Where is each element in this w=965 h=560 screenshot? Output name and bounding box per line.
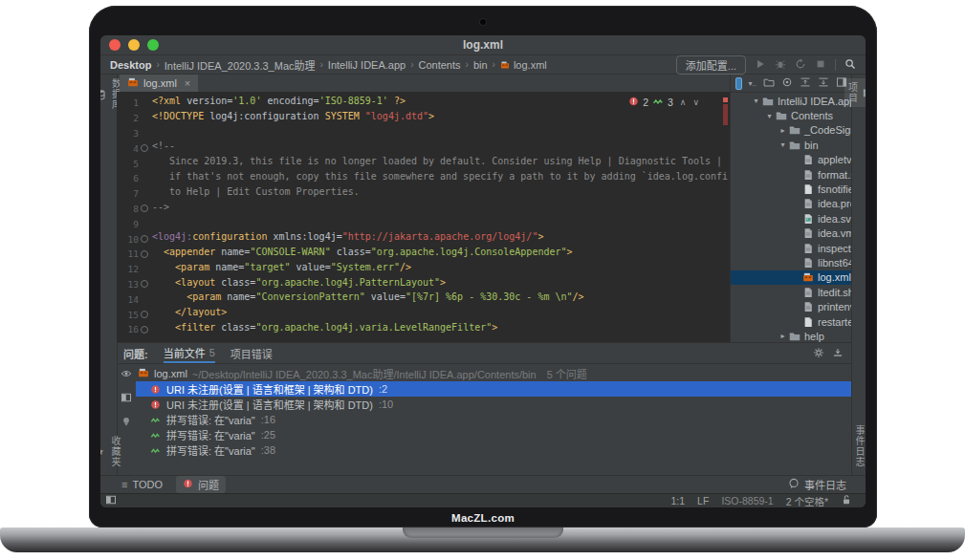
tree-item-contents[interactable]: ▾Contents (731, 108, 852, 122)
editor-gutter[interactable]: 12345678910111213141516 (117, 96, 149, 337)
code-area[interactable]: <?xml version='1.0' encoding='ISO-8859-1… (149, 96, 730, 337)
code-line[interactable]: </layout> (149, 307, 730, 322)
todo-button[interactable]: ≡ TODO (121, 479, 163, 490)
line-number[interactable]: 5 (120, 159, 139, 169)
locate-file-icon[interactable] (781, 76, 793, 90)
fold-marker-icon[interactable] (139, 311, 149, 318)
eye-icon[interactable] (121, 368, 132, 381)
lock-icon[interactable] (841, 494, 852, 507)
fold-marker-icon[interactable] (139, 144, 149, 152)
expand-all-icon[interactable] (818, 76, 829, 90)
caret-position[interactable]: 1:1 (671, 495, 686, 506)
sidebar-tab-project[interactable]: 项目 (844, 78, 866, 107)
line-number[interactable]: 3 (120, 128, 139, 139)
line-number[interactable]: 8 (120, 204, 139, 214)
tree-item-format-s[interactable]: format.s (731, 167, 852, 182)
problem-row[interactable]: 拼写错误: 在"varia":16 (136, 412, 851, 427)
tree-item-printenv[interactable]: printenv (731, 299, 852, 313)
tree-item-idea-svg[interactable]: idea.svg (731, 211, 852, 226)
line-number[interactable]: 13 (120, 279, 139, 290)
tree-item-help[interactable]: ▸help (731, 329, 852, 342)
line-number[interactable]: 14 (120, 294, 139, 305)
code-line[interactable] (149, 126, 730, 141)
line-number[interactable]: 6 (120, 173, 139, 183)
tree-item-appletv[interactable]: appletv (731, 153, 852, 167)
tab-project-errors[interactable]: 项目错误 (230, 343, 273, 363)
tree-item-libnst64[interactable]: libnst64 (731, 255, 852, 269)
fold-marker-icon[interactable] (139, 250, 149, 258)
sidebar-tab-eventlog[interactable]: 事件日志 (852, 425, 866, 467)
problem-row[interactable]: 拼写错误: 在"varia":38 (136, 442, 851, 458)
file-encoding[interactable]: ISO-8859-1 (721, 495, 773, 506)
tree-item-intellij-idea-app[interactable]: ▾IntelliJ IDEA.app (731, 94, 852, 108)
line-number[interactable]: 12 (120, 264, 139, 274)
line-number[interactable]: 11 (120, 248, 139, 259)
chevron-right-icon[interactable]: ▸ (777, 332, 789, 340)
tree-item-bin[interactable]: ▾bin (731, 138, 852, 152)
inspection-widget[interactable]: 2 3 ∧ ∨ (628, 96, 699, 109)
line-number[interactable]: 16 (120, 324, 139, 334)
code-line[interactable]: <layout class="org.apache.log4j.PatternL… (149, 277, 730, 292)
line-ending[interactable]: LF (697, 495, 709, 506)
code-line[interactable]: <!DOCTYPE log4j:configuration SYSTEM "lo… (149, 111, 730, 126)
tree-item-log-xml[interactable]: log.xml (731, 270, 852, 285)
tree-item-inspect[interactable]: inspect (731, 241, 852, 255)
fold-marker-icon[interactable] (139, 205, 149, 212)
line-number[interactable]: 10 (120, 234, 139, 245)
line-number[interactable]: 15 (120, 310, 139, 320)
breadcrumb-item[interactable]: IntelliJ IDEA.app (328, 59, 406, 71)
fold-marker-icon[interactable] (139, 235, 149, 243)
project-view-selector[interactable] (735, 77, 742, 90)
breadcrumb-item[interactable]: Contents (419, 59, 461, 71)
breadcrumb-item[interactable]: Desktop (110, 59, 151, 71)
preview-editor-icon[interactable] (121, 392, 132, 405)
tree-item-restarte[interactable]: restarte (731, 314, 852, 329)
problems-file-row[interactable]: log.xml ~/Desktop/IntelliJ IDEA_2020.3.3… (136, 365, 851, 381)
breadcrumb-item[interactable]: IntelliJ IDEA_2020.3.3_Mac助理 (164, 57, 316, 73)
error-stripe-mark[interactable] (723, 97, 728, 102)
open-folder-icon[interactable] (763, 76, 775, 90)
line-number[interactable]: 4 (120, 143, 139, 154)
code-line[interactable]: if that's not enough, copy this file som… (149, 171, 730, 186)
tab-current-file[interactable]: 当前文件 5 (164, 343, 215, 363)
event-log-button[interactable]: 事件日志 (788, 477, 846, 492)
chevron-down-icon[interactable]: ▾ (750, 97, 762, 105)
run-with-coverage-button[interactable] (795, 58, 806, 72)
run-button[interactable] (755, 58, 766, 72)
debug-button[interactable] (775, 58, 786, 72)
line-number[interactable]: 9 (120, 219, 139, 229)
line-number[interactable]: 1 (120, 97, 139, 108)
next-problem-icon[interactable]: ∨ (692, 97, 699, 107)
code-line[interactable]: to Help | Edit Custom Properties. (149, 186, 730, 202)
code-line[interactable]: <appender name="CONSOLE-WARN" class="org… (149, 247, 730, 262)
problem-row[interactable]: URI 未注册(设置 | 语言和框架 | 架构和 DTD):10 (136, 397, 851, 412)
fold-marker-icon[interactable] (139, 326, 149, 334)
search-everywhere-button[interactable] (844, 58, 856, 72)
code-line[interactable]: --> (149, 202, 730, 217)
editor-tab-logxml[interactable]: log.xml × (120, 75, 198, 92)
problems-button[interactable]: 问题 (176, 476, 226, 493)
code-line[interactable]: <param name="ConversionPattern" value="[… (149, 291, 730, 307)
chevron-down-icon[interactable]: ▾ (777, 140, 789, 149)
code-line[interactable]: <!-- (149, 140, 730, 156)
problem-row[interactable]: 拼写错误: 在"varia":25 (136, 427, 851, 442)
tool-window-toggle-icon[interactable] (105, 494, 117, 507)
fold-marker-icon[interactable] (139, 280, 149, 288)
tree-item-fsnotifie[interactable]: fsnotifie (731, 182, 852, 196)
chevron-down-icon[interactable]: ▾ (763, 112, 776, 120)
code-line[interactable]: <param name="target" value="System.err"/… (149, 262, 730, 277)
breadcrumb-item[interactable]: bin (473, 59, 488, 71)
code-line[interactable]: Since 2019.3, this file is no longer loa… (149, 156, 730, 171)
code-line[interactable] (149, 216, 730, 231)
breadcrumb-item[interactable]: log.xml (514, 59, 547, 71)
tree-item-idea-vm[interactable]: idea.vm (731, 226, 852, 241)
prev-problem-icon[interactable]: ∧ (680, 97, 687, 107)
stop-button[interactable] (815, 58, 826, 72)
code-line[interactable]: <log4j:configuration xmlns:log4j="http:/… (149, 231, 730, 247)
code-editor[interactable]: 12345678910111213141516 <?xml version='1… (117, 92, 730, 342)
gear-icon[interactable] (813, 347, 824, 360)
tree-item-ltedit-sh[interactable]: ltedit.sh (731, 285, 852, 299)
collapse-all-icon[interactable] (800, 76, 811, 90)
close-tab-icon[interactable]: × (185, 77, 190, 89)
tree-item-idea-pro[interactable]: idea.pro (731, 197, 852, 211)
